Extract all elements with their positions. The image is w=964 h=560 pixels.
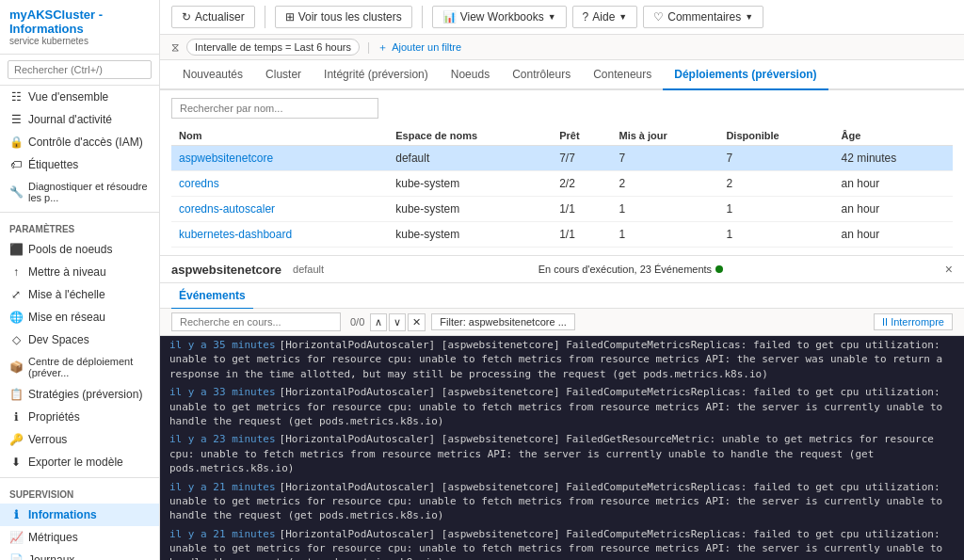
- main-tabs: Nouveautés Cluster Intégrité (préversion…: [160, 60, 964, 90]
- col-age: Âge: [834, 126, 953, 146]
- table-row[interactable]: coredns-autoscaler kube-system 1/1 1 1 a…: [171, 197, 953, 222]
- sidebar-item-pools-noeuds[interactable]: ⬛ Pools de noeuds: [0, 238, 159, 261]
- sidebar-item-exporter[interactable]: ⬇ Exporter le modèle: [0, 451, 159, 473]
- sidebar-item-label: Propriétés: [28, 410, 80, 424]
- cell-nom: coredns: [171, 171, 388, 197]
- nom-link[interactable]: coredns: [179, 177, 219, 190]
- tab-cluster[interactable]: Cluster: [254, 60, 313, 90]
- sidebar-item-journal[interactable]: ☰ Journal d'activité: [0, 108, 159, 131]
- sidebar-item-proprietes[interactable]: ℹ Propriétés: [0, 406, 159, 428]
- sidebar-item-mise-en-reseau[interactable]: 🌐 Mise en réseau: [0, 306, 159, 328]
- cell-age: an hour: [834, 197, 953, 222]
- sidebar-item-metriques[interactable]: 📈 Métriques: [0, 526, 159, 549]
- sidebar-item-label: Verrous: [28, 433, 67, 446]
- sidebar-item-label: Journal d'activité: [28, 113, 112, 126]
- tab-noeuds[interactable]: Noeuds: [440, 60, 501, 90]
- cell-nom: coredns-autoscaler: [171, 197, 388, 222]
- cell-mis-a-jour: 1: [611, 222, 718, 248]
- log-text: [HorizontalPodAutoscaler] [aspwebsitenet…: [169, 528, 942, 560]
- deploy-icon: 📦: [9, 360, 23, 374]
- sidebar-item-journaux[interactable]: 📄 Journaux: [0, 549, 159, 560]
- commentaires-label: Commentaires: [667, 10, 741, 24]
- aide-button[interactable]: ? Aide ▼: [572, 6, 638, 28]
- cell-pret: 2/2: [552, 171, 611, 197]
- events-filter-badge[interactable]: Filter: aspwebsitenetcore ...: [431, 313, 575, 330]
- sidebar-item-informations[interactable]: ℹ Informations: [0, 504, 159, 526]
- toolbar-separator-1: [265, 6, 265, 28]
- nom-link[interactable]: coredns-autoscaler: [179, 202, 275, 216]
- sidebar-item-mettre-a-niveau[interactable]: ↑ Mettre à niveau: [0, 261, 159, 283]
- commentaires-button[interactable]: ♡ Commentaires ▼: [643, 6, 763, 28]
- add-filter-button[interactable]: ＋ Ajouter un filtre: [378, 40, 461, 55]
- cell-disponible: 7: [718, 146, 833, 171]
- sidebar-item-label: Exporter le modèle: [28, 456, 123, 469]
- tool-icon: 🔧: [9, 185, 23, 199]
- events-status-text: En cours d'exécution, 23 Événements: [538, 264, 712, 275]
- log-timestamp: il y a 21 minutes: [169, 528, 276, 540]
- sidebar-item-controle-acces[interactable]: 🔒 Contrôle d'accès (IAM): [0, 131, 159, 153]
- tab-controleurs[interactable]: Contrôleurs: [501, 60, 582, 90]
- nom-link[interactable]: kubernetes-dashboard: [179, 228, 292, 241]
- cell-mis-a-jour: 2: [611, 171, 718, 197]
- tab-conteneurs[interactable]: Conteneurs: [582, 60, 663, 90]
- sidebar-search-input[interactable]: [8, 60, 152, 79]
- export-icon: ⬇: [9, 456, 23, 469]
- events-toolbar: 0/0 ∧ ∨ ✕ Filter: aspwebsitenetcore ... …: [160, 309, 964, 336]
- tab-evenements[interactable]: Événements: [171, 283, 253, 310]
- tab-deployements[interactable]: Déploiements (préversion): [663, 60, 827, 90]
- tab-nouveautes[interactable]: Nouveautés: [171, 60, 254, 90]
- pause-button[interactable]: II Interrompre: [874, 313, 953, 330]
- time-filter-badge[interactable]: Intervalle de temps = Last 6 hours: [186, 39, 360, 56]
- log-text: [HorizontalPodAutoscaler] [aspwebsitenet…: [169, 481, 942, 522]
- sidebar-item-diagnostiquer[interactable]: 🔧 Diagnostiquer et résoudre les p...: [0, 176, 159, 208]
- sidebar-item-etiquettes[interactable]: 🏷 Étiquettes: [0, 153, 159, 176]
- table-row[interactable]: kubernetes-dashboard kube-system 1/1 1 1…: [171, 222, 953, 248]
- aide-icon: ?: [583, 10, 589, 24]
- table-search-container[interactable]: [171, 98, 953, 119]
- next-icon[interactable]: ∨: [389, 313, 406, 331]
- events-log: il y a 35 minutes[HorizontalPodAutoscale…: [160, 336, 964, 560]
- sidebar-item-label: Mettre à niveau: [28, 265, 106, 279]
- filter-icon: ⧖: [171, 40, 179, 54]
- plus-icon: ＋: [378, 40, 388, 55]
- log-text: [HorizontalPodAutoscaler] [aspwebsitenet…: [169, 433, 934, 474]
- sidebar-search-container[interactable]: [0, 55, 159, 86]
- actualiser-button[interactable]: ↻ Actualiser: [171, 6, 255, 28]
- events-search-input[interactable]: [171, 312, 341, 331]
- events-pod-name: aspwebsitenetcore: [171, 263, 281, 277]
- lock2-icon: 🔑: [9, 433, 23, 446]
- prev-icon[interactable]: ∧: [370, 313, 387, 331]
- up-icon: ↑: [9, 265, 23, 279]
- sidebar-item-centre-deploiement[interactable]: 📦 Centre de déploiement (préver...: [0, 351, 159, 383]
- close-search-icon[interactable]: ✕: [408, 313, 426, 331]
- close-panel-button[interactable]: ×: [945, 262, 953, 277]
- sidebar-item-dev-spaces[interactable]: ◇ Dev Spaces: [0, 328, 159, 351]
- cell-nom: aspwebsitenetcore: [171, 146, 388, 171]
- log-timestamp: il y a 35 minutes: [169, 339, 276, 351]
- sidebar-item-vue-ensemble[interactable]: ☷ Vue d'ensemble: [0, 86, 159, 108]
- log-timestamp: il y a 23 minutes: [169, 433, 276, 445]
- cell-disponible: 1: [718, 197, 833, 222]
- sidebar-item-verrous[interactable]: 🔑 Verrous: [0, 428, 159, 451]
- table-row[interactable]: coredns kube-system 2/2 2 2 an hour: [171, 171, 953, 197]
- col-disponible: Disponible: [718, 126, 833, 146]
- cell-pret: 7/7: [552, 146, 611, 171]
- tag-icon: 🏷: [9, 158, 23, 171]
- log-line: il y a 21 minutes[HorizontalPodAutoscale…: [160, 478, 964, 525]
- sidebar-item-mise-a-echelle[interactable]: ⤢ Mise à l'échelle: [0, 283, 159, 306]
- nom-link[interactable]: aspwebsitenetcore: [179, 152, 273, 165]
- sidebar-item-label: Journaux: [28, 553, 74, 560]
- table-row[interactable]: aspwebsitenetcore default 7/7 7 7 42 min…: [171, 146, 953, 171]
- sidebar-item-strategies[interactable]: 📋 Stratégies (préversion): [0, 383, 159, 406]
- app-header: myAKSCluster - Informations service kube…: [0, 0, 159, 55]
- log-timestamp: il y a 21 minutes: [169, 481, 276, 493]
- log-text: [HorizontalPodAutoscaler] [aspwebsitenet…: [169, 339, 942, 380]
- cell-age: an hour: [834, 222, 953, 248]
- log-line: il y a 33 minutes[HorizontalPodAutoscale…: [160, 383, 964, 430]
- list-icon: ☰: [9, 113, 23, 126]
- lock-icon: 🔒: [9, 136, 23, 149]
- table-search-input[interactable]: [171, 98, 378, 119]
- tab-integrite[interactable]: Intégrité (préversion): [313, 60, 440, 90]
- voir-clusters-button[interactable]: ⊞ Voir tous les clusters: [275, 6, 412, 28]
- view-workbooks-button[interactable]: 📊 View Workbooks ▼: [432, 6, 567, 28]
